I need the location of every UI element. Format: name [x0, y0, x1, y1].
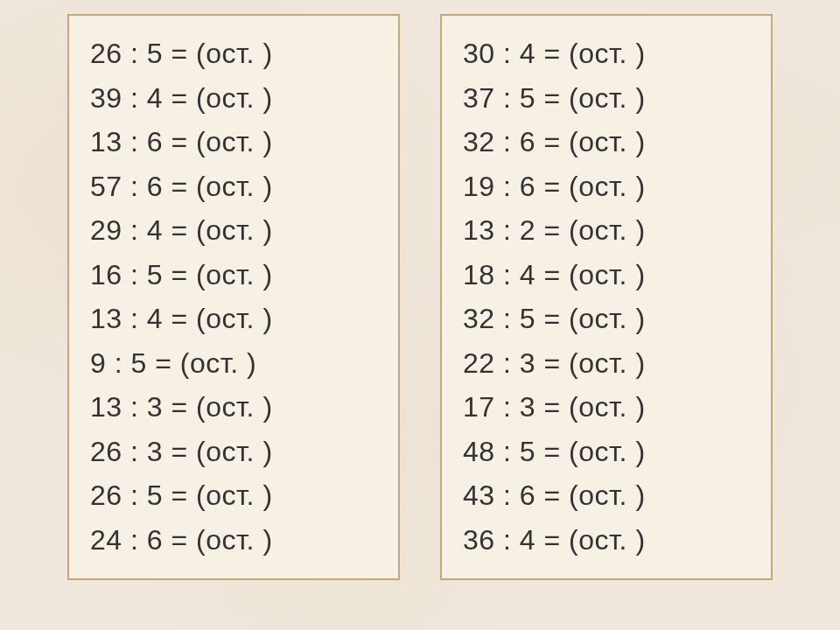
division-problem: 32 : 5 = (ост. ) [463, 297, 750, 341]
right-problem-box: 30 : 4 = (ост. )37 : 5 = (ост. )32 : 6 =… [440, 14, 773, 580]
division-problem: 9 : 5 = (ост. ) [90, 341, 377, 386]
division-problem: 18 : 4 = (ост. ) [463, 253, 750, 298]
division-problem: 29 : 4 = (ост. ) [90, 208, 377, 253]
division-problem: 13 : 6 = (ост. ) [90, 120, 377, 164]
division-problem: 37 : 5 = (ост. ) [463, 76, 750, 121]
division-problem: 13 : 2 = (ост. ) [463, 208, 750, 253]
division-problem: 24 : 6 = (ост. ) [90, 518, 377, 563]
division-problem: 13 : 3 = (ост. ) [90, 385, 377, 430]
division-problem: 22 : 3 = (ост. ) [463, 341, 750, 386]
division-problem: 43 : 6 = (ост. ) [463, 473, 750, 518]
division-problem: 19 : 6 = (ост. ) [463, 164, 750, 209]
division-problem: 32 : 6 = (ост. ) [463, 120, 750, 164]
division-problem: 26 : 3 = (ост. ) [90, 430, 377, 474]
division-problem: 57 : 6 = (ост. ) [90, 164, 377, 209]
left-problem-box: 26 : 5 = (ост. )39 : 4 = (ост. )13 : 6 =… [67, 14, 400, 580]
division-problem: 16 : 5 = (ост. ) [90, 253, 377, 298]
division-problem: 26 : 5 = (ост. ) [90, 473, 377, 518]
division-problem: 26 : 5 = (ост. ) [90, 32, 377, 76]
division-problem: 36 : 4 = (ост. ) [463, 518, 750, 563]
division-problem: 13 : 4 = (ост. ) [90, 297, 377, 341]
division-problem: 39 : 4 = (ост. ) [90, 76, 377, 121]
division-problem: 30 : 4 = (ост. ) [463, 32, 750, 76]
division-problem: 48 : 5 = (ост. ) [463, 430, 750, 474]
division-problem: 17 : 3 = (ост. ) [463, 385, 750, 430]
